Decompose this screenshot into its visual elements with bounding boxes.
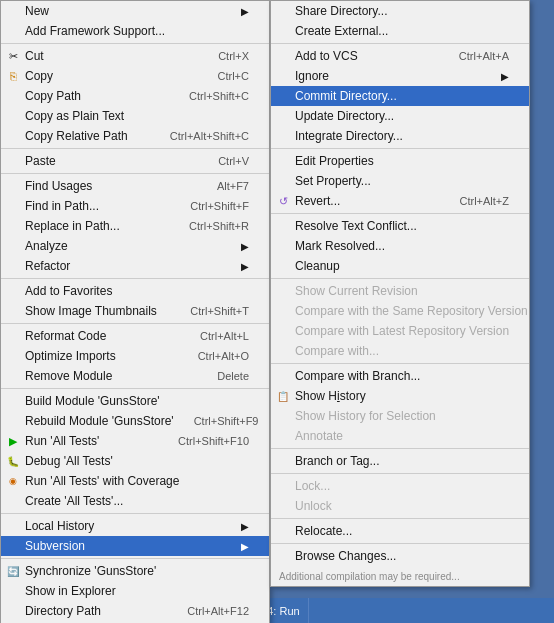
- menu-item-replace-in-path[interactable]: Replace in Path... Ctrl+Shift+R: [1, 216, 269, 236]
- submenu-item-share-directory[interactable]: Share Directory...: [271, 1, 529, 21]
- separator: [1, 148, 269, 149]
- menu-item-copy-path[interactable]: Copy Path Ctrl+Shift+C: [1, 86, 269, 106]
- menu-item-subversion[interactable]: Subversion ▶: [1, 536, 269, 556]
- submenu-item-create-external[interactable]: Create External...: [271, 21, 529, 41]
- submenu-item-set-property[interactable]: Set Property...: [271, 171, 529, 191]
- separator: [1, 388, 269, 389]
- menu-item-add-favorites[interactable]: Add to Favorites: [1, 281, 269, 301]
- submenu-item-mark-resolved[interactable]: Mark Resolved...: [271, 236, 529, 256]
- arrow-icon: ▶: [241, 241, 249, 252]
- synchronize-icon: 🔄: [5, 563, 21, 579]
- menu-item-new[interactable]: New ▶: [1, 1, 269, 21]
- submenu-item-ignore[interactable]: Ignore ▶: [271, 66, 529, 86]
- submenu-item-add-to-vcs[interactable]: Add to VCS Ctrl+Alt+A: [271, 46, 529, 66]
- history-icon: 📋: [275, 388, 291, 404]
- submenu-item-revert[interactable]: ↺ Revert... Ctrl+Alt+Z: [271, 191, 529, 211]
- menu-item-cut[interactable]: ✂ Cut Ctrl+X: [1, 46, 269, 66]
- submenu-item-show-current-revision: Show Current Revision: [271, 281, 529, 301]
- menu-item-local-history[interactable]: Local History ▶: [1, 516, 269, 536]
- separator: [271, 518, 529, 519]
- menu-item-refactor[interactable]: Refactor ▶: [1, 256, 269, 276]
- menu-item-analyze[interactable]: Analyze ▶: [1, 236, 269, 256]
- submenu-item-integrate-directory[interactable]: Integrate Directory...: [271, 126, 529, 146]
- submenu-item-branch-or-tag[interactable]: Branch or Tag...: [271, 451, 529, 471]
- submenu-item-compare-branch[interactable]: Compare with Branch...: [271, 366, 529, 386]
- separator: [271, 363, 529, 364]
- menu-item-show-image-thumbnails[interactable]: Show Image Thumbnails Ctrl+Shift+T: [1, 301, 269, 321]
- submenu-item-cleanup[interactable]: Cleanup: [271, 256, 529, 276]
- separator: [1, 323, 269, 324]
- menu-item-synchronize[interactable]: 🔄 Synchronize 'GunsStore': [1, 561, 269, 581]
- arrow-icon: ▶: [501, 71, 509, 82]
- submenu-item-show-history[interactable]: 📋 Show History: [271, 386, 529, 406]
- menu-item-build-module[interactable]: Build Module 'GunsStore': [1, 391, 269, 411]
- separator: [271, 543, 529, 544]
- separator: [1, 513, 269, 514]
- submenu-item-compare-same-repo: Compare with the Same Repository Version: [271, 301, 529, 321]
- menu-item-rebuild-module[interactable]: Rebuild Module 'GunsStore' Ctrl+Shift+F9: [1, 411, 269, 431]
- submenu-item-compare-latest-repo: Compare with Latest Repository Version: [271, 321, 529, 341]
- context-menu: New ▶ Add Framework Support... ✂ Cut Ctr…: [0, 0, 270, 623]
- menu-item-run-coverage[interactable]: ◉ Run 'All Tests' with Coverage: [1, 471, 269, 491]
- submenu-item-relocate[interactable]: Relocate...: [271, 521, 529, 541]
- menu-item-copy[interactable]: ⎘ Copy Ctrl+C: [1, 66, 269, 86]
- menu-item-directory-path[interactable]: Directory Path Ctrl+Alt+F12: [1, 601, 269, 621]
- submenu-item-compare-with: Compare with...: [271, 341, 529, 361]
- menu-item-run-all-tests[interactable]: ▶ Run 'All Tests' Ctrl+Shift+F10: [1, 431, 269, 451]
- arrow-icon: ▶: [241, 6, 249, 17]
- submenu-item-browse-changes[interactable]: Browse Changes...: [271, 546, 529, 566]
- submenu-item-unlock: Unlock: [271, 496, 529, 516]
- menu-item-remove-module[interactable]: Remove Module Delete: [1, 366, 269, 386]
- menu-item-find-in-path[interactable]: Find in Path... Ctrl+Shift+F: [1, 196, 269, 216]
- menu-item-find-usages[interactable]: Find Usages Alt+F7: [1, 176, 269, 196]
- cut-icon: ✂: [5, 48, 21, 64]
- separator: [271, 278, 529, 279]
- menu-item-copy-plain-text[interactable]: Copy as Plain Text: [1, 106, 269, 126]
- submenu-item-edit-properties[interactable]: Edit Properties: [271, 151, 529, 171]
- separator: [1, 558, 269, 559]
- separator: [1, 173, 269, 174]
- menu-item-show-explorer[interactable]: Show in Explorer: [1, 581, 269, 601]
- submenu-item-update-directory[interactable]: Update Directory...: [271, 106, 529, 126]
- menu-item-copy-relative-path[interactable]: Copy Relative Path Ctrl+Alt+Shift+C: [1, 126, 269, 146]
- menu-item-paste[interactable]: Paste Ctrl+V: [1, 151, 269, 171]
- submenu-item-annotate: Annotate: [271, 426, 529, 446]
- separator: [271, 448, 529, 449]
- separator: [271, 43, 529, 44]
- arrow-icon: ▶: [241, 521, 249, 532]
- separator: [271, 148, 529, 149]
- run-icon: ▶: [5, 433, 21, 449]
- revert-icon: ↺: [275, 193, 291, 209]
- separator: [271, 473, 529, 474]
- submenu-item-commit-directory[interactable]: Commit Directory...: [271, 86, 529, 106]
- menu-item-optimize-imports[interactable]: Optimize Imports Ctrl+Alt+O: [1, 346, 269, 366]
- menu-item-reformat-code[interactable]: Reformat Code Ctrl+Alt+L: [1, 326, 269, 346]
- submenu-subversion: Share Directory... Create External... Ad…: [270, 0, 530, 587]
- coverage-icon: ◉: [5, 473, 21, 489]
- submenu-item-resolve-text-conflict[interactable]: Resolve Text Conflict...: [271, 216, 529, 236]
- copy-icon: ⎘: [5, 68, 21, 84]
- submenu-item-lock: Lock...: [271, 476, 529, 496]
- submenu-item-show-history-selection: Show History for Selection: [271, 406, 529, 426]
- menu-item-create-all-tests[interactable]: Create 'All Tests'...: [1, 491, 269, 511]
- menu-item-add-framework[interactable]: Add Framework Support...: [1, 21, 269, 41]
- separator: [271, 213, 529, 214]
- arrow-icon: ▶: [241, 541, 249, 552]
- separator: [1, 43, 269, 44]
- debug-icon: 🐛: [5, 453, 21, 469]
- arrow-icon: ▶: [241, 261, 249, 272]
- menu-item-debug-all-tests[interactable]: 🐛 Debug 'All Tests': [1, 451, 269, 471]
- separator: [1, 278, 269, 279]
- submenu-item-compilation-note: Additional compilation may be required..…: [271, 566, 529, 586]
